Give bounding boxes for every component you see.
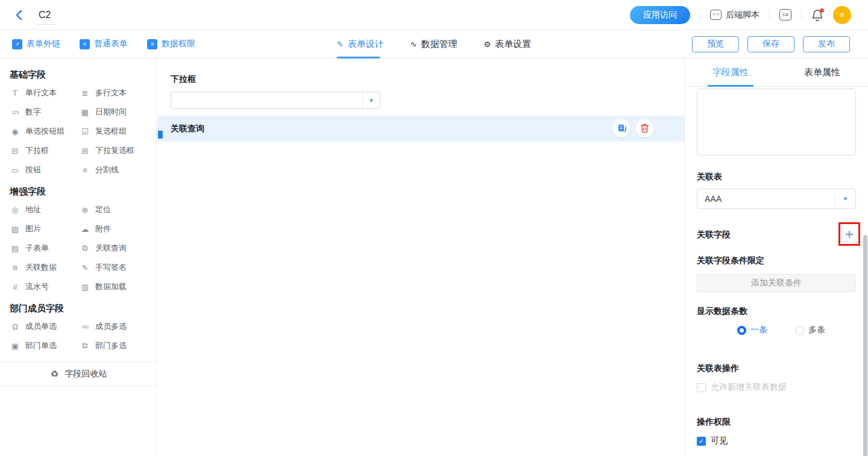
select-value: [171, 92, 362, 108]
field-lookup[interactable]: ⧉关联查询: [80, 239, 156, 258]
field-dept-multi[interactable]: ⧉部门多选: [80, 336, 156, 355]
radio-single[interactable]: 一条: [737, 325, 767, 336]
field-recycle-bin[interactable]: ♻ 字段回收站: [0, 362, 156, 386]
field-multi-select[interactable]: ⊞下拉复选框: [80, 141, 156, 160]
tab-data-manage[interactable]: ∿ 数据管理: [410, 30, 458, 58]
field-description-textarea[interactable]: [697, 89, 856, 155]
data-permission-label: 数据权限: [162, 39, 195, 49]
form-canvas: 下拉框 ▼ 关联查询: [157, 59, 684, 456]
visible-checkbox[interactable]: ✓ 可见: [697, 436, 856, 446]
select-arrow-button[interactable]: ▼: [835, 189, 855, 208]
preview-button[interactable]: 预览: [692, 36, 739, 52]
title-edit-underline: [37, 24, 55, 25]
datetime-icon: ▦: [80, 108, 90, 117]
data-load-icon: ▥: [80, 283, 90, 292]
delete-field-button[interactable]: [635, 119, 653, 137]
notification-bell-icon[interactable]: [811, 8, 823, 22]
locate-icon: ⊕: [80, 205, 90, 214]
tab-form-settings[interactable]: ⚙ 表单设置: [484, 30, 532, 58]
field-single-line-text[interactable]: T单行文本: [10, 83, 80, 102]
data-manage-icon: ∿: [410, 40, 417, 49]
selected-field-row[interactable]: 关联查询: [157, 116, 684, 142]
image-icon: ▧: [10, 225, 20, 234]
notification-dot: [820, 8, 824, 13]
tab-field-properties[interactable]: 字段属性: [685, 59, 776, 86]
field-multi-line-text[interactable]: ≣多行文本: [80, 83, 156, 102]
field-member-single[interactable]: Ω成员单选: [10, 317, 80, 336]
caret-down-icon: ▼: [369, 98, 374, 104]
publish-button[interactable]: 发布: [803, 36, 850, 52]
save-button[interactable]: 保存: [747, 36, 794, 52]
link-icon: ↗: [12, 39, 22, 49]
divider-icon: ≡: [80, 166, 90, 175]
data-permission-icon: ≡: [147, 39, 157, 49]
field-number[interactable]: 123数字: [10, 102, 80, 122]
app-access-button[interactable]: 应用访问: [630, 6, 690, 24]
field-select[interactable]: ⊟下拉框: [10, 141, 80, 160]
related-table-select[interactable]: AAA ▼: [697, 189, 856, 209]
backend-script-button[interactable]: </> 后端脚本: [710, 10, 760, 20]
copy-field-button[interactable]: [612, 119, 631, 137]
field-attachment[interactable]: ☁附件: [80, 219, 156, 239]
field-subform[interactable]: ▤子表单: [10, 239, 80, 258]
drag-handle[interactable]: [158, 131, 163, 139]
backend-script-label: 后端脚本: [726, 10, 760, 20]
add-condition-button[interactable]: 添加关联条件: [697, 274, 856, 292]
multi-line-icon: ≣: [80, 89, 90, 98]
field-image[interactable]: ▧图片: [10, 219, 80, 239]
field-palette-sidebar: 基础字段 T单行文本 ≣多行文本 123数字 ▦日期时间 ◉单选按钮组 ☑复选框…: [0, 59, 157, 456]
tab-form-design[interactable]: ✎ 表单设计: [337, 30, 384, 58]
page-title[interactable]: C2: [39, 10, 51, 20]
avatar-icon: ≡: [840, 10, 844, 19]
dropdown-field-select[interactable]: ▼: [171, 92, 380, 109]
signature-icon: ✎: [80, 263, 90, 272]
radio-multi[interactable]: 多条: [795, 325, 825, 336]
field-address[interactable]: ◎地址: [10, 200, 80, 219]
tab-form-design-label: 表单设计: [348, 39, 384, 50]
add-related-field-button[interactable]: +: [845, 227, 854, 242]
panel-scrollbar[interactable]: [863, 235, 867, 456]
field-checkbox-group[interactable]: ☑复选框组: [80, 122, 156, 141]
field-signature[interactable]: ✎手写签名: [80, 258, 156, 277]
lookup-icon: ⧉: [80, 243, 90, 253]
field-data-load[interactable]: ▥数据加载: [80, 277, 156, 296]
divider: [700, 10, 700, 20]
field-divider[interactable]: ≡分割线: [80, 160, 156, 180]
tab-data-manage-label: 数据管理: [421, 39, 458, 50]
selected-field-label: 关联查询: [171, 123, 204, 134]
select-icon: ⊟: [10, 146, 20, 155]
display-count-label: 显示数据条数: [697, 306, 856, 317]
back-icon[interactable]: [14, 9, 27, 21]
field-serial-number[interactable]: #流水号: [10, 277, 80, 296]
allow-add-checkbox[interactable]: 允许新增关联表数据: [697, 382, 856, 393]
field-linked-data[interactable]: ⧈关联数据: [10, 258, 80, 277]
form-external-link[interactable]: ↗ 表单外链: [12, 39, 60, 49]
avatar[interactable]: ≡: [833, 6, 851, 24]
annotation-highlight-box: +: [838, 222, 860, 246]
plain-form-link[interactable]: ≡ 普通表单: [80, 39, 128, 49]
form-design-icon: ✎: [337, 40, 344, 49]
tab-form-properties[interactable]: 表单属性: [776, 59, 868, 86]
field-button[interactable]: ▭按钮: [10, 160, 80, 180]
field-radio-group[interactable]: ◉单选按钮组: [10, 122, 80, 141]
dept-multi-icon: ⧉: [80, 341, 90, 351]
member-single-icon: Ω: [10, 322, 20, 331]
copy-icon: [617, 123, 626, 133]
radio-selected-icon: [737, 326, 746, 335]
data-permission-link[interactable]: ≡ 数据权限: [147, 39, 195, 49]
related-field-label: 关联字段: [697, 230, 731, 240]
address-icon: ◎: [10, 205, 20, 214]
field-member-multi[interactable]: ΩΩ成员多选: [80, 317, 156, 336]
select-arrow-button[interactable]: ▼: [362, 92, 380, 108]
field-dept-single[interactable]: ▣部门单选: [10, 336, 80, 355]
plain-form-icon: ≡: [80, 39, 90, 49]
member-multi-icon: ΩΩ: [80, 324, 90, 330]
subform-icon: ▤: [10, 244, 20, 253]
serial-icon: #: [10, 283, 20, 292]
translate-icon[interactable]: ≡A: [779, 9, 791, 20]
button-icon: ▭: [10, 166, 20, 175]
section-title-basic: 基础字段: [10, 67, 156, 82]
field-locate[interactable]: ⊕定位: [80, 200, 156, 219]
field-datetime[interactable]: ▦日期时间: [80, 102, 156, 122]
plain-form-label: 普通表单: [94, 39, 128, 49]
